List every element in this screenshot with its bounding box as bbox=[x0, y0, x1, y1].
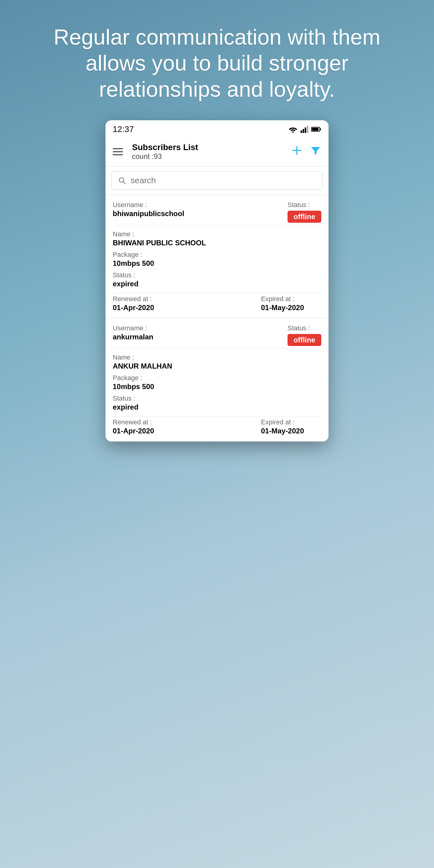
connection-status-badge: offline bbox=[287, 211, 321, 223]
expired-value: 01-May-2020 bbox=[261, 427, 321, 435]
search-input[interactable] bbox=[130, 176, 316, 185]
status-bar: 12:37 bbox=[105, 120, 329, 137]
app-bar-subtitle: count :93 bbox=[132, 152, 198, 161]
search-box bbox=[112, 171, 322, 190]
name-label: Name : bbox=[113, 353, 321, 361]
package-value: 10mbps 500 bbox=[113, 259, 321, 268]
status-time: 12:37 bbox=[113, 124, 134, 134]
svg-point-0 bbox=[292, 131, 294, 133]
app-bar-title: Subscribers List count :93 bbox=[132, 143, 198, 161]
sub-status-label: Status : bbox=[113, 395, 321, 402]
svg-rect-3 bbox=[305, 127, 306, 133]
package-value: 10mbps 500 bbox=[113, 382, 321, 391]
renewed-label: Renewed at : bbox=[113, 295, 173, 303]
phone-mockup: 12:37 bbox=[105, 120, 329, 441]
add-subscriber-button[interactable] bbox=[291, 145, 303, 159]
status-icons bbox=[288, 125, 321, 133]
status-label: Status : bbox=[287, 324, 321, 332]
app-bar-title-main: Subscribers List bbox=[132, 143, 198, 152]
svg-rect-1 bbox=[301, 130, 302, 133]
connection-status-badge: offline bbox=[287, 334, 321, 346]
username-value: ankurmalan bbox=[113, 333, 153, 341]
username-value: bhiwanipublicschool bbox=[113, 210, 184, 218]
svg-rect-6 bbox=[312, 128, 318, 131]
expired-label: Expired at : bbox=[261, 295, 321, 303]
battery-icon bbox=[311, 126, 321, 132]
svg-marker-10 bbox=[311, 147, 320, 155]
package-label: Package : bbox=[113, 251, 321, 258]
search-container bbox=[105, 166, 329, 195]
renewed-label: Renewed at : bbox=[113, 418, 173, 426]
filter-button[interactable] bbox=[310, 145, 321, 159]
sub-status-label: Status : bbox=[113, 271, 321, 279]
menu-button[interactable] bbox=[113, 145, 126, 158]
hero-heading: Regular communication with them allows y… bbox=[0, 0, 434, 120]
name-value: BHIWANI PUBLIC SCHOOL bbox=[113, 239, 321, 247]
signal-icon bbox=[300, 125, 309, 133]
renewed-value: 01-Apr-2020 bbox=[113, 304, 173, 312]
renewed-value: 01-Apr-2020 bbox=[113, 427, 173, 435]
expired-label: Expired at : bbox=[261, 418, 321, 426]
subscriber-card: Username : ankurmalan Status : offline N… bbox=[105, 318, 329, 441]
username-label: Username : bbox=[113, 324, 153, 332]
package-label: Package : bbox=[113, 374, 321, 382]
expired-value: 01-May-2020 bbox=[261, 304, 321, 312]
subscribers-list: Username : bhiwanipublicschool Status : … bbox=[105, 195, 329, 441]
app-bar-actions bbox=[291, 145, 321, 159]
username-label: Username : bbox=[113, 201, 184, 209]
search-icon bbox=[118, 176, 126, 185]
svg-rect-2 bbox=[303, 129, 304, 133]
wifi-icon bbox=[288, 126, 298, 133]
subscriber-card: Username : bhiwanipublicschool Status : … bbox=[105, 195, 329, 318]
sub-status-value: expired bbox=[113, 403, 321, 411]
name-label: Name : bbox=[113, 230, 321, 238]
status-label: Status : bbox=[287, 201, 321, 209]
svg-rect-7 bbox=[320, 128, 321, 130]
svg-line-12 bbox=[123, 182, 125, 184]
app-bar: Subscribers List count :93 bbox=[105, 137, 329, 166]
name-value: ANKUR MALHAN bbox=[113, 362, 321, 370]
svg-rect-4 bbox=[307, 126, 308, 133]
sub-status-value: expired bbox=[113, 280, 321, 288]
